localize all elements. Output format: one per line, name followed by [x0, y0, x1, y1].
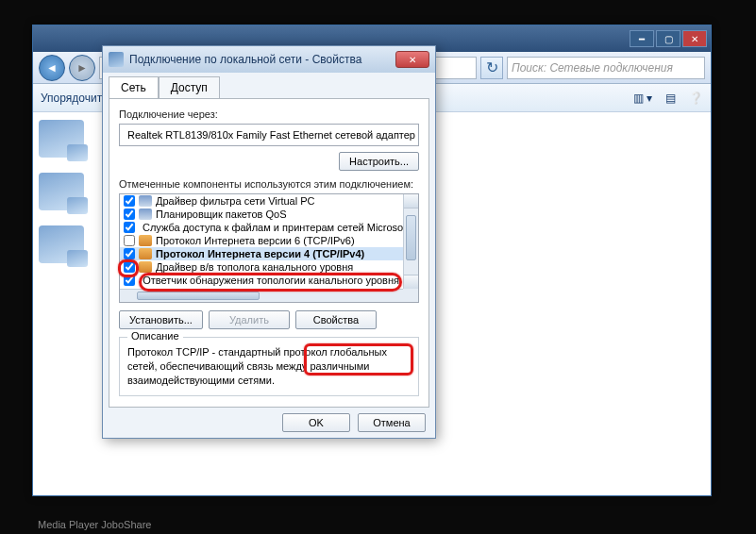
adapter-field[interactable]: Realtek RTL8139/810x Family Fast Etherne… — [119, 124, 419, 146]
cancel-button[interactable]: Отмена — [358, 413, 426, 432]
network-connection-icon[interactable] — [39, 120, 84, 158]
preview-pane-button[interactable]: ▤ — [665, 92, 676, 105]
horizontal-scrollbar[interactable] — [120, 289, 403, 302]
close-button[interactable]: ✕ — [682, 30, 707, 47]
adapter-name: Realtek RTL8139/810x Family Fast Etherne… — [127, 129, 415, 141]
component-item[interactable]: Протокол Интернета версии 4 (TCP/IPv4) — [120, 247, 403, 260]
component-item[interactable]: Драйвер в/в тополога канального уровня — [120, 260, 403, 274]
component-item[interactable]: Планировщик пакетов QoS — [120, 208, 403, 221]
connection-properties-dialog: Подключение по локальной сети - Свойства… — [102, 45, 436, 439]
component-label: Драйвер в/в тополога канального уровня — [156, 261, 353, 273]
properties-button[interactable]: Свойства — [295, 310, 377, 329]
component-label: Протокол Интернета версии 4 (TCP/IPv4) — [156, 248, 364, 259]
help-button[interactable]: ❔ — [689, 92, 703, 105]
description-text: Протокол TCP/IP - стандартный протокол г… — [127, 345, 411, 388]
tab-network[interactable]: Сеть — [109, 76, 159, 98]
explorer-sidebar — [33, 112, 97, 495]
component-item[interactable]: Драйвер фильтра сети Virtual PC — [120, 194, 403, 208]
configure-button[interactable]: Настроить... — [339, 152, 419, 171]
vertical-scrollbar[interactable] — [403, 194, 418, 289]
component-label: Ответчик обнаружения топологии канальног… — [143, 275, 399, 286]
component-checkbox[interactable] — [124, 209, 135, 220]
service-icon — [139, 195, 152, 207]
dialog-titlebar: Подключение по локальной сети - Свойства… — [103, 46, 435, 73]
view-mode-button[interactable]: ▥ ▾ — [633, 92, 652, 105]
component-checkbox[interactable] — [124, 195, 135, 207]
protocol-icon — [139, 261, 152, 273]
dialog-tabs: Сеть Доступ — [103, 73, 435, 98]
component-checkbox[interactable] — [124, 235, 135, 246]
tab-access[interactable]: Доступ — [159, 76, 220, 98]
remove-button[interactable]: Удалить — [209, 310, 290, 329]
description-group: Описание Протокол TCP/IP - стандартный п… — [119, 337, 419, 396]
dialog-body: Подключение через: Realtek RTL8139/810x … — [109, 98, 429, 408]
components-label: Отмеченные компоненты используются этим … — [119, 178, 419, 190]
component-label: Планировщик пакетов QoS — [156, 209, 287, 220]
taskbar-text: Media Player JoboShare — [38, 519, 151, 530]
maximize-button[interactable]: ▢ — [656, 30, 680, 47]
network-icon — [109, 52, 124, 67]
component-checkbox[interactable] — [124, 222, 135, 233]
component-checkbox[interactable] — [124, 261, 135, 273]
dialog-close-button[interactable]: ✕ — [395, 51, 429, 68]
component-item[interactable]: Служба доступа к файлам и принтерам сете… — [120, 221, 403, 234]
component-label: Протокол Интернета версии 6 (TCP/IPv6) — [156, 235, 355, 246]
network-connection-icon[interactable] — [39, 173, 84, 210]
component-item[interactable]: Протокол Интернета версии 6 (TCP/IPv6) — [120, 234, 403, 247]
nav-forward-button[interactable]: ► — [69, 55, 95, 81]
refresh-button[interactable]: ↻ — [480, 57, 503, 79]
minimize-button[interactable]: ━ — [630, 30, 654, 47]
components-list[interactable]: Драйвер фильтра сети Virtual PCПланировщ… — [119, 193, 419, 303]
component-label: Служба доступа к файлам и принтерам сете… — [143, 222, 403, 233]
description-legend: Описание — [127, 330, 183, 342]
component-label: Драйвер фильтра сети Virtual PC — [156, 195, 314, 207]
protocol-icon — [139, 248, 152, 259]
dialog-title: Подключение по локальной сети - Свойства — [129, 53, 361, 66]
ok-button[interactable]: OK — [282, 413, 350, 432]
component-checkbox[interactable] — [124, 248, 135, 259]
search-input[interactable]: Поиск: Сетевые подключения — [507, 57, 705, 79]
component-item[interactable]: Ответчик обнаружения топологии канальног… — [120, 274, 403, 287]
component-checkbox[interactable] — [124, 275, 135, 286]
nav-back-button[interactable]: ◄ — [39, 55, 65, 81]
service-icon — [139, 209, 152, 220]
install-button[interactable]: Установить... — [119, 310, 203, 329]
connect-via-label: Подключение через: — [119, 108, 419, 120]
network-connection-icon[interactable] — [39, 225, 84, 263]
protocol-icon — [139, 235, 152, 246]
